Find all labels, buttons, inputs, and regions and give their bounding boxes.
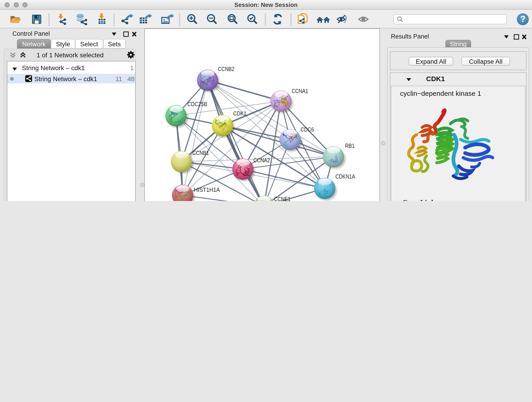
svg-text:CDC6: CDC6 xyxy=(300,126,314,133)
svg-text:CDC25B: CDC25B xyxy=(187,101,207,108)
svg-text:CCNB1: CCNB1 xyxy=(192,149,209,156)
svg-text:RB1: RB1 xyxy=(345,142,355,149)
svg-text:CCNA1: CCNA1 xyxy=(291,88,308,95)
svg-text:CCNB2: CCNB2 xyxy=(218,65,234,72)
svg-text:CDKN1A: CDKN1A xyxy=(335,173,355,180)
svg-text:CCNE1: CCNE1 xyxy=(274,196,290,201)
svg-text:HIST1H1A: HIST1H1A xyxy=(194,186,220,193)
svg-text:CCNA2: CCNA2 xyxy=(253,157,270,164)
svg-text:CDK1: CDK1 xyxy=(233,110,246,117)
